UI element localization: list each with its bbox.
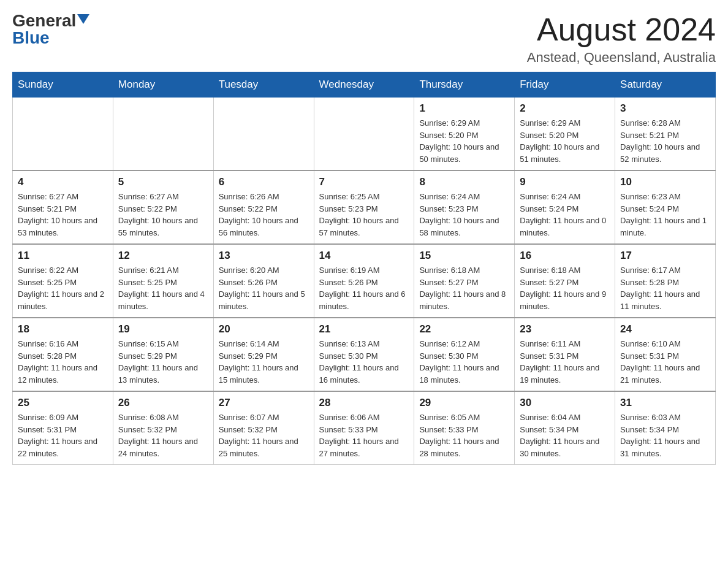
day-number: 27 <box>219 397 309 409</box>
header-thursday: Thursday <box>414 72 515 98</box>
header-saturday: Saturday <box>615 72 716 98</box>
week-row-3: 18Sunrise: 6:16 AM Sunset: 5:28 PM Dayli… <box>13 318 716 391</box>
day-number: 14 <box>319 250 409 262</box>
day-number: 17 <box>620 250 710 262</box>
day-number: 25 <box>18 397 108 409</box>
day-info: Sunrise: 6:08 AM Sunset: 5:32 PM Dayligh… <box>118 412 208 459</box>
calendar-cell: 7Sunrise: 6:25 AM Sunset: 5:23 PM Daylig… <box>314 170 414 244</box>
calendar-cell: 13Sunrise: 6:20 AM Sunset: 5:26 PM Dayli… <box>213 244 314 318</box>
day-number: 26 <box>118 397 208 409</box>
calendar-cell: 6Sunrise: 6:26 AM Sunset: 5:22 PM Daylig… <box>213 170 314 244</box>
day-number: 6 <box>219 176 309 188</box>
day-number: 22 <box>419 323 509 335</box>
day-info: Sunrise: 6:15 AM Sunset: 5:29 PM Dayligh… <box>118 338 208 386</box>
day-info: Sunrise: 6:23 AM Sunset: 5:24 PM Dayligh… <box>620 191 710 239</box>
day-info: Sunrise: 6:04 AM Sunset: 5:34 PM Dayligh… <box>520 412 610 459</box>
day-info: Sunrise: 6:22 AM Sunset: 5:25 PM Dayligh… <box>18 264 108 312</box>
calendar-cell: 9Sunrise: 6:24 AM Sunset: 5:24 PM Daylig… <box>515 170 615 244</box>
day-number: 31 <box>620 397 710 409</box>
day-number: 2 <box>520 102 610 115</box>
day-number: 12 <box>118 250 208 262</box>
day-number: 11 <box>18 250 108 262</box>
day-number: 21 <box>319 323 409 335</box>
calendar-cell: 3Sunrise: 6:28 AM Sunset: 5:21 PM Daylig… <box>615 98 716 171</box>
week-row-1: 4Sunrise: 6:27 AM Sunset: 5:21 PM Daylig… <box>13 170 716 244</box>
day-number: 18 <box>18 323 108 335</box>
day-info: Sunrise: 6:17 AM Sunset: 5:28 PM Dayligh… <box>620 264 710 312</box>
day-info: Sunrise: 6:09 AM Sunset: 5:31 PM Dayligh… <box>18 412 108 459</box>
calendar-cell: 1Sunrise: 6:29 AM Sunset: 5:20 PM Daylig… <box>414 98 515 171</box>
day-info: Sunrise: 6:27 AM Sunset: 5:22 PM Dayligh… <box>118 191 208 239</box>
location-text: Anstead, Queensland, Australia <box>527 50 716 66</box>
day-number: 1 <box>419 102 509 115</box>
calendar-cell: 15Sunrise: 6:18 AM Sunset: 5:27 PM Dayli… <box>414 244 515 318</box>
day-info: Sunrise: 6:18 AM Sunset: 5:27 PM Dayligh… <box>419 264 509 312</box>
day-number: 23 <box>520 323 610 335</box>
logo: General Blue <box>12 12 89 47</box>
calendar-cell: 4Sunrise: 6:27 AM Sunset: 5:21 PM Daylig… <box>13 170 113 244</box>
calendar-cell: 23Sunrise: 6:11 AM Sunset: 5:31 PM Dayli… <box>515 318 615 391</box>
day-number: 24 <box>620 323 710 335</box>
calendar-cell: 18Sunrise: 6:16 AM Sunset: 5:28 PM Dayli… <box>13 318 113 391</box>
day-info: Sunrise: 6:25 AM Sunset: 5:23 PM Dayligh… <box>319 191 409 239</box>
header-row: SundayMondayTuesdayWednesdayThursdayFrid… <box>13 72 716 98</box>
calendar-cell: 27Sunrise: 6:07 AM Sunset: 5:32 PM Dayli… <box>213 391 314 465</box>
calendar-cell: 25Sunrise: 6:09 AM Sunset: 5:31 PM Dayli… <box>13 391 113 465</box>
calendar-cell <box>13 98 113 171</box>
calendar-cell: 8Sunrise: 6:24 AM Sunset: 5:23 PM Daylig… <box>414 170 515 244</box>
calendar-cell: 20Sunrise: 6:14 AM Sunset: 5:29 PM Dayli… <box>213 318 314 391</box>
calendar-cell: 28Sunrise: 6:06 AM Sunset: 5:33 PM Dayli… <box>314 391 414 465</box>
day-info: Sunrise: 6:19 AM Sunset: 5:26 PM Dayligh… <box>319 264 409 312</box>
week-row-2: 11Sunrise: 6:22 AM Sunset: 5:25 PM Dayli… <box>13 244 716 318</box>
calendar-cell: 17Sunrise: 6:17 AM Sunset: 5:28 PM Dayli… <box>615 244 716 318</box>
day-number: 13 <box>219 250 309 262</box>
day-number: 10 <box>620 176 710 188</box>
day-info: Sunrise: 6:24 AM Sunset: 5:23 PM Dayligh… <box>419 191 509 239</box>
header-tuesday: Tuesday <box>213 72 314 98</box>
calendar-cell: 12Sunrise: 6:21 AM Sunset: 5:25 PM Dayli… <box>113 244 213 318</box>
title-section: August 2024 Anstead, Queensland, Austral… <box>527 12 716 66</box>
day-number: 9 <box>520 176 610 188</box>
calendar-header: SundayMondayTuesdayWednesdayThursdayFrid… <box>13 72 716 98</box>
day-number: 20 <box>219 323 309 335</box>
logo-triangle-icon <box>77 14 89 24</box>
day-info: Sunrise: 6:29 AM Sunset: 5:20 PM Dayligh… <box>520 117 610 165</box>
month-title: August 2024 <box>527 12 716 47</box>
header-monday: Monday <box>113 72 213 98</box>
calendar-cell: 5Sunrise: 6:27 AM Sunset: 5:22 PM Daylig… <box>113 170 213 244</box>
header-friday: Friday <box>515 72 615 98</box>
day-info: Sunrise: 6:03 AM Sunset: 5:34 PM Dayligh… <box>620 412 710 459</box>
calendar-cell: 31Sunrise: 6:03 AM Sunset: 5:34 PM Dayli… <box>615 391 716 465</box>
day-number: 4 <box>18 176 108 188</box>
day-info: Sunrise: 6:11 AM Sunset: 5:31 PM Dayligh… <box>520 338 610 386</box>
day-number: 16 <box>520 250 610 262</box>
logo-general-text: General <box>12 12 76 29</box>
day-info: Sunrise: 6:13 AM Sunset: 5:30 PM Dayligh… <box>319 338 409 386</box>
day-info: Sunrise: 6:28 AM Sunset: 5:21 PM Dayligh… <box>620 117 710 165</box>
calendar-table: SundayMondayTuesdayWednesdayThursdayFrid… <box>12 72 716 465</box>
day-number: 30 <box>520 397 610 409</box>
calendar-cell: 21Sunrise: 6:13 AM Sunset: 5:30 PM Dayli… <box>314 318 414 391</box>
calendar-cell: 30Sunrise: 6:04 AM Sunset: 5:34 PM Dayli… <box>515 391 615 465</box>
day-number: 29 <box>419 397 509 409</box>
day-info: Sunrise: 6:16 AM Sunset: 5:28 PM Dayligh… <box>18 338 108 386</box>
calendar-cell: 10Sunrise: 6:23 AM Sunset: 5:24 PM Dayli… <box>615 170 716 244</box>
header-sunday: Sunday <box>13 72 113 98</box>
day-info: Sunrise: 6:18 AM Sunset: 5:27 PM Dayligh… <box>520 264 610 312</box>
day-number: 28 <box>319 397 409 409</box>
day-info: Sunrise: 6:14 AM Sunset: 5:29 PM Dayligh… <box>219 338 309 386</box>
day-info: Sunrise: 6:05 AM Sunset: 5:33 PM Dayligh… <box>419 412 509 459</box>
calendar-cell: 19Sunrise: 6:15 AM Sunset: 5:29 PM Dayli… <box>113 318 213 391</box>
calendar-cell: 16Sunrise: 6:18 AM Sunset: 5:27 PM Dayli… <box>515 244 615 318</box>
calendar-cell: 29Sunrise: 6:05 AM Sunset: 5:33 PM Dayli… <box>414 391 515 465</box>
day-info: Sunrise: 6:21 AM Sunset: 5:25 PM Dayligh… <box>118 264 208 312</box>
calendar-cell: 26Sunrise: 6:08 AM Sunset: 5:32 PM Dayli… <box>113 391 213 465</box>
day-number: 3 <box>620 102 710 115</box>
calendar-cell: 11Sunrise: 6:22 AM Sunset: 5:25 PM Dayli… <box>13 244 113 318</box>
week-row-0: 1Sunrise: 6:29 AM Sunset: 5:20 PM Daylig… <box>13 98 716 171</box>
calendar-cell: 22Sunrise: 6:12 AM Sunset: 5:30 PM Dayli… <box>414 318 515 391</box>
week-row-4: 25Sunrise: 6:09 AM Sunset: 5:31 PM Dayli… <box>13 391 716 465</box>
day-info: Sunrise: 6:07 AM Sunset: 5:32 PM Dayligh… <box>219 412 309 459</box>
day-number: 19 <box>118 323 208 335</box>
day-number: 8 <box>419 176 509 188</box>
